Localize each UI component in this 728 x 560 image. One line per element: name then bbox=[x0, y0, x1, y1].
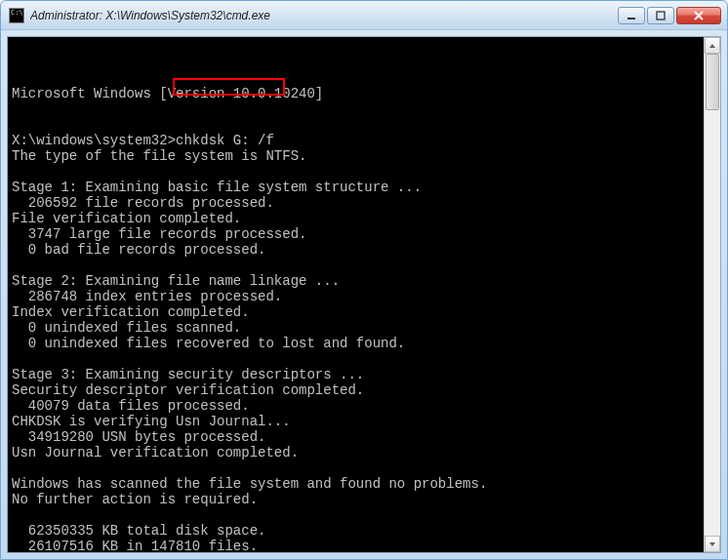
vertical-scrollbar[interactable] bbox=[704, 37, 720, 552]
terminal-line: X:\windows\system32>chkdsk G: /f bbox=[12, 133, 700, 148]
terminal-line bbox=[12, 507, 700, 523]
cmd-icon bbox=[9, 8, 24, 23]
close-button[interactable] bbox=[676, 7, 721, 24]
terminal-line bbox=[12, 117, 700, 133]
terminal-line: 206592 file records processed. bbox=[12, 195, 700, 211]
chevron-down-icon bbox=[708, 541, 716, 547]
terminal-line: 0 unindexed files scanned. bbox=[12, 320, 700, 336]
terminal-output[interactable]: Microsoft Windows [Version 10.0.10240]X:… bbox=[8, 37, 704, 552]
cmd-window: Administrator: X:\Windows\System32\cmd.e… bbox=[0, 0, 728, 560]
terminal-line: Stage 3: Examining security descriptors … bbox=[12, 367, 700, 382]
terminal-line: 26107516 KB in 147810 files. bbox=[12, 539, 700, 552]
content-area: Microsoft Windows [Version 10.0.10240]X:… bbox=[1, 30, 727, 559]
terminal-line bbox=[12, 258, 700, 273]
terminal-line: 34919280 USN bytes processed. bbox=[12, 429, 700, 445]
close-icon bbox=[693, 11, 705, 20]
terminal-line bbox=[12, 164, 700, 180]
maximize-button[interactable] bbox=[647, 7, 674, 24]
terminal-line bbox=[12, 101, 700, 117]
terminal-line: 3747 large file records processed. bbox=[12, 226, 700, 242]
svg-rect-0 bbox=[627, 18, 635, 20]
maximize-icon bbox=[656, 11, 666, 20]
terminal-line bbox=[12, 351, 700, 367]
terminal-line: Microsoft Windows [Version 10.0.10240] bbox=[12, 86, 700, 101]
terminal-line: Stage 1: Examining basic file system str… bbox=[12, 180, 700, 195]
terminal-line: CHKDSK is verifying Usn Journal... bbox=[12, 414, 700, 429]
terminal-line: 62350335 KB total disk space. bbox=[12, 523, 700, 539]
terminal-line: 40079 data files processed. bbox=[12, 398, 700, 414]
window-controls bbox=[618, 7, 721, 24]
terminal-container: Microsoft Windows [Version 10.0.10240]X:… bbox=[7, 36, 721, 553]
terminal-line: 0 bad file records processed. bbox=[12, 242, 700, 258]
terminal-line: 0 unindexed files recovered to lost and … bbox=[12, 336, 700, 351]
terminal-line: No further action is required. bbox=[12, 492, 700, 507]
chevron-up-icon bbox=[708, 43, 716, 49]
minimize-icon bbox=[627, 11, 636, 20]
scroll-up-button[interactable] bbox=[705, 37, 720, 54]
titlebar[interactable]: Administrator: X:\Windows\System32\cmd.e… bbox=[1, 1, 727, 30]
terminal-line: File verification completed. bbox=[12, 211, 700, 226]
scrollbar-track[interactable] bbox=[705, 54, 720, 536]
scrollbar-thumb[interactable] bbox=[706, 54, 719, 110]
terminal-line: 286748 index entries processed. bbox=[12, 289, 700, 304]
scroll-down-button[interactable] bbox=[705, 536, 720, 552]
svg-rect-1 bbox=[657, 12, 665, 20]
minimize-button[interactable] bbox=[618, 7, 645, 24]
terminal-line: Index verification completed. bbox=[12, 304, 700, 320]
terminal-line: Windows has scanned the file system and … bbox=[12, 476, 700, 492]
terminal-line: The type of the file system is NTFS. bbox=[12, 148, 700, 164]
terminal-line bbox=[12, 460, 700, 476]
window-title: Administrator: X:\Windows\System32\cmd.e… bbox=[30, 9, 618, 22]
terminal-line: Usn Journal verification completed. bbox=[12, 445, 700, 460]
terminal-line: Security descriptor verification complet… bbox=[12, 382, 700, 398]
terminal-line: Stage 2: Examining file name linkage ... bbox=[12, 273, 700, 289]
